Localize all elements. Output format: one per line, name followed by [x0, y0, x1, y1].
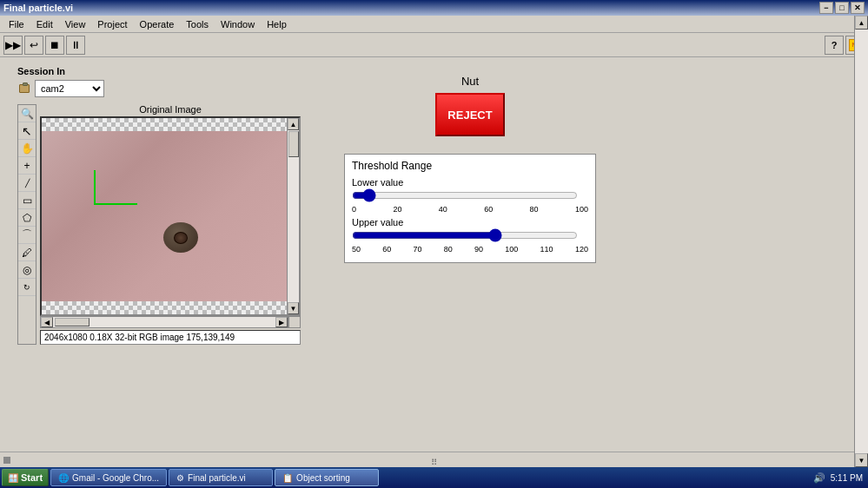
menu-bar: File Edit View Project Operate Tools Win… [0, 16, 868, 33]
taskbar-particle[interactable]: ⚙ Final particle.vi [169, 469, 273, 486]
scroll-right-arrow[interactable]: ▶ [275, 317, 288, 327]
image-vscroll[interactable]: ▲ ▼ [287, 118, 299, 314]
session-section: Session In cam2 [17, 66, 301, 97]
scrollbar-top [42, 118, 287, 131]
back-button[interactable]: ↩ [24, 36, 43, 55]
image-area-wrapper: 🔍 ↖ ✋ + ╱ ▭ ⬠ ⌒ 🖊 ◎ ↻ Original Image [17, 104, 301, 345]
session-label: Session In [17, 66, 301, 76]
upper-value-label: Upper value [352, 217, 588, 228]
image-section: Original Image [40, 104, 301, 328]
sound-icon: 🔊 [813, 472, 825, 484]
hscroll-row: ◀ ▶ [40, 316, 301, 328]
menu-edit[interactable]: Edit [31, 17, 58, 31]
maximize-button[interactable]: □ [835, 2, 849, 14]
start-button[interactable]: 🪟 Start [2, 469, 49, 486]
main-scroll-down[interactable]: ▼ [855, 453, 868, 467]
nut-section: Nut REJECT [344, 75, 596, 136]
minimize-button[interactable]: − [819, 2, 833, 14]
pause-button[interactable]: ⏸ [66, 36, 85, 55]
scroll-left-arrow[interactable]: ◀ [41, 317, 53, 327]
image-background [42, 131, 299, 301]
scroll-grip: ⠿ [431, 458, 437, 467]
close-button[interactable]: ✕ [851, 2, 865, 14]
image-hscroll[interactable]: ◀ ▶ [40, 316, 288, 328]
taskbar: 🪟 Start 🌐 Gmail - Google Chro... ⚙ Final… [0, 467, 868, 488]
title-bar: Final particle.vi − □ ✕ [0, 0, 868, 16]
help-button[interactable]: ? [825, 36, 844, 55]
menu-project[interactable]: Project [92, 17, 132, 31]
image-with-scrollbars: Original Image [40, 104, 301, 345]
main-content: Session In cam2 🔍 ↖ ✋ + ╱ [0, 57, 868, 396]
nut-outer [163, 222, 198, 253]
taskbar-gmail[interactable]: 🌐 Gmail - Google Chro... [50, 469, 167, 486]
gmail-icon: 🌐 [58, 473, 69, 483]
cursor-tool[interactable]: ↖ [18, 122, 36, 140]
rect-tool[interactable]: ▭ [18, 192, 36, 209]
lower-value-group: Lower value 0 20 40 60 80 100 [352, 177, 588, 214]
nut-inner [174, 232, 188, 244]
crosshair-tool[interactable]: + [18, 157, 36, 175]
upper-value-group: Upper value 50 60 70 80 90 100 110 120 [352, 217, 588, 254]
scroll-up-arrow[interactable]: ▲ [288, 118, 299, 130]
main-scroll-up[interactable]: ▲ [855, 16, 868, 30]
polygon-tool[interactable]: ⬠ [18, 209, 36, 227]
session-dropdown: cam2 [17, 80, 301, 97]
left-section: Session In cam2 🔍 ↖ ✋ + ╱ [17, 66, 301, 387]
nut-image-object [163, 222, 198, 253]
freehand-tool[interactable]: ⌒ [18, 227, 36, 244]
windows-logo: 🪟 [8, 473, 18, 483]
run-button[interactable]: ▶▶ [3, 36, 23, 55]
image-title: Original Image [40, 104, 301, 115]
image-container: ▲ ▼ [40, 116, 301, 316]
threshold-title: Threshold Range [352, 160, 588, 172]
reject-button[interactable]: REJECT [435, 93, 505, 136]
annulus-tool[interactable]: ◎ [18, 261, 36, 279]
lower-value-label: Lower value [352, 177, 588, 188]
zoom-tool[interactable]: 🔍 [18, 105, 36, 122]
status-bar [0, 452, 854, 467]
scroll-corner [288, 316, 301, 328]
toolbar: ▶▶ ↩ ⏹ ⏸ ? NI [0, 33, 868, 57]
hand-tool[interactable]: ✋ [18, 140, 36, 157]
upper-scale: 50 60 70 80 90 100 110 120 [352, 245, 588, 254]
image-row: Original Image [40, 104, 301, 328]
main-scroll-track [855, 30, 868, 453]
camera-icon [17, 80, 31, 97]
status-icon [3, 457, 10, 464]
paint-tool[interactable]: 🖊 [18, 244, 36, 261]
scroll-thumb-v[interactable] [288, 131, 299, 157]
right-scrollbar: ▲ ▼ [854, 16, 868, 467]
menu-window[interactable]: Window [215, 17, 260, 31]
particle-icon: ⚙ [176, 473, 184, 483]
right-panel: Nut REJECT Threshold Range Lower value 0… [344, 75, 596, 387]
sorting-icon: 📋 [282, 473, 293, 483]
lower-scale: 0 20 40 60 80 100 [352, 205, 588, 214]
scroll-track-v [288, 130, 299, 302]
menu-tools[interactable]: Tools [181, 17, 214, 31]
menu-file[interactable]: File [3, 17, 30, 31]
taskbar-sorting[interactable]: 📋 Object sorting [275, 469, 379, 486]
title-bar-buttons: − □ ✕ [819, 2, 865, 14]
menu-operate[interactable]: Operate [135, 17, 180, 31]
scroll-thumb-h[interactable] [55, 318, 89, 326]
line-tool[interactable]: ╱ [18, 175, 36, 192]
window-title: Final particle.vi [3, 3, 73, 13]
scroll-track-h [53, 317, 275, 327]
cam-select[interactable]: cam2 [35, 80, 104, 97]
stop-button[interactable]: ⏹ [45, 36, 64, 55]
menu-view[interactable]: View [60, 17, 91, 31]
nut-label: Nut [461, 75, 479, 88]
lower-value-slider[interactable] [352, 189, 578, 201]
menu-help[interactable]: Help [262, 17, 292, 31]
clock: 5:11 PM [831, 473, 863, 483]
scroll-down-arrow[interactable]: ▼ [288, 302, 299, 314]
green-indicator [94, 170, 137, 205]
rotate-tool[interactable]: ↻ [18, 279, 36, 296]
threshold-section: Threshold Range Lower value 0 20 40 60 8… [344, 154, 596, 263]
upper-value-slider[interactable] [352, 229, 578, 241]
taskbar-right: 🔊 5:11 PM [813, 472, 866, 484]
tool-panel: 🔍 ↖ ✋ + ╱ ▭ ⬠ ⌒ 🖊 ◎ ↻ [17, 104, 36, 345]
scrollbar-bottom [42, 301, 287, 314]
image-status: 2046x1080 0.18X 32-bit RGB image 175,139… [40, 330, 301, 345]
